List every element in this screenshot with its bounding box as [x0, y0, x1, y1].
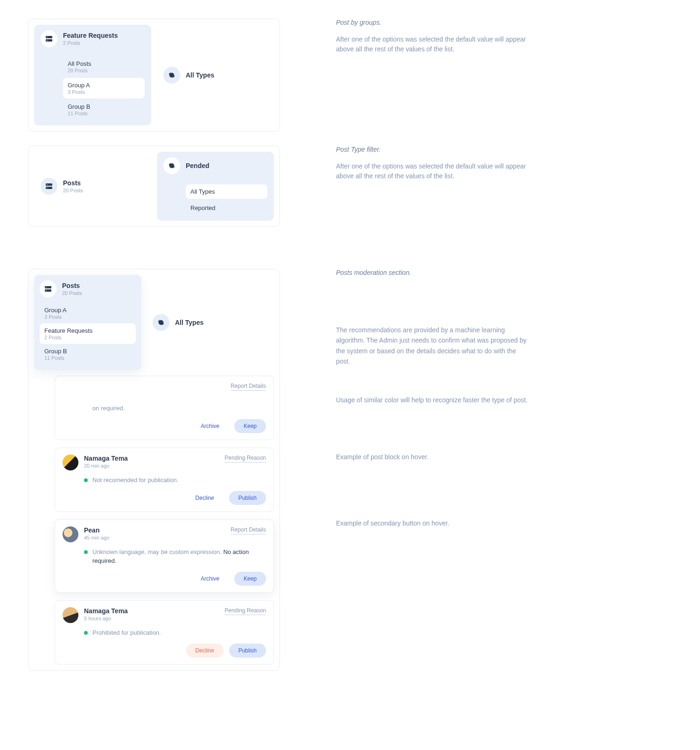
group-option[interactable]: Group A 3 Posts [63, 78, 145, 98]
status-dot-icon [84, 478, 88, 482]
group-filter-title: Posts [63, 179, 83, 187]
group-filter[interactable]: Feature Requests 2 Posts All Posts 20 Po… [34, 25, 151, 126]
type-filter[interactable]: All Types [147, 275, 274, 370]
decline-button[interactable]: Decline [186, 644, 224, 658]
post-author: Pean [84, 526, 109, 534]
types-icon [153, 314, 169, 331]
group-filter[interactable]: Posts 20 Posts Group A 3 Posts Feature R… [34, 275, 141, 370]
group-option[interactable]: All Posts 20 Posts [63, 56, 145, 77]
server-icon [41, 178, 57, 195]
svg-rect-8 [45, 286, 51, 288]
post-author: Namaga Tema [84, 455, 128, 462]
group-filter-sub: 20 Posts [62, 290, 82, 296]
svg-rect-4 [46, 183, 52, 186]
report-details-link[interactable]: Report Details [231, 383, 266, 391]
types-icon [163, 157, 180, 174]
section-desc: The recommendations are provided by a ma… [336, 325, 532, 367]
svg-point-7 [47, 188, 48, 189]
svg-point-3 [47, 40, 48, 41]
type-option[interactable]: All Types [186, 184, 267, 199]
note-button: Example of secondary button on hover. [336, 518, 532, 528]
post-author: Namaga Tema [84, 607, 128, 615]
post-message: Prohibited for publication. [92, 629, 161, 637]
note-hover: Example of post block on hover. [336, 452, 532, 462]
post-block: Pean 45 min ago Report Details Unknown l… [55, 519, 274, 592]
group-filter-sub: 2 Posts [63, 40, 118, 46]
server-icon [41, 30, 57, 47]
types-icon [163, 67, 180, 84]
post-block: Namaga Tema 20 min ago Pending Reason No… [55, 448, 274, 512]
type-filter[interactable]: Pended All Types Reported [157, 152, 274, 221]
post-time: 20 min ago [84, 463, 128, 469]
svg-point-2 [47, 37, 48, 38]
svg-point-11 [46, 290, 47, 291]
filter-card-types: Posts 20 Posts Pended All Types [28, 146, 280, 227]
filter-card-groups: Feature Requests 2 Posts All Posts 20 Po… [28, 19, 280, 132]
status-dot-icon [84, 550, 88, 554]
avatar [63, 455, 78, 470]
avatar [63, 526, 78, 542]
group-filter[interactable]: Posts 20 Posts [34, 152, 151, 221]
post-message: Unknown language, may be custom expressi… [92, 548, 266, 565]
post-block: x x Report Details on required. Archive … [55, 376, 274, 440]
section-title: Post by groups. [336, 19, 532, 26]
archive-button[interactable]: Archive [191, 419, 229, 433]
svg-point-6 [47, 184, 48, 185]
keep-button[interactable]: Keep [234, 572, 266, 586]
pending-reason-link[interactable]: Pending Reason [224, 455, 266, 463]
section-desc: After one of the options was selected th… [336, 161, 532, 181]
group-option[interactable]: Group B 11 Posts [40, 344, 136, 364]
avatar [63, 607, 78, 623]
type-filter-title: All Types [175, 319, 203, 326]
post-message: on required. [92, 404, 125, 413]
group-filter-title: Posts [62, 282, 82, 289]
svg-rect-9 [45, 289, 51, 292]
group-filter-title: Feature Requests [63, 32, 118, 39]
type-filter-title: All Types [186, 71, 214, 79]
report-details-link[interactable]: Report Details [231, 526, 266, 534]
group-option[interactable]: Group A 3 Posts [40, 303, 136, 323]
post-time: 5 hours ago [84, 616, 128, 621]
post-time: 45 min ago [84, 535, 109, 540]
type-option[interactable]: Reported [186, 201, 267, 215]
moderation-card: Posts 20 Posts Group A 3 Posts Feature R… [28, 269, 280, 671]
type-filter[interactable]: All Types [157, 25, 274, 126]
svg-rect-5 [46, 187, 52, 189]
post-message: Not recomended for publication. [92, 476, 178, 484]
post-block: Namaga Tema 5 hours ago Pending Reason P… [55, 600, 274, 665]
publish-button[interactable]: Publish [229, 491, 266, 505]
group-option[interactable]: Group B 11 Posts [63, 99, 145, 120]
svg-point-10 [46, 287, 47, 288]
note-color: Usage of similar color will help to reco… [336, 395, 532, 405]
section-desc: After one of the options was selected th… [336, 35, 532, 54]
section-title: Posts moderation section. [336, 269, 532, 276]
svg-rect-1 [46, 39, 52, 42]
type-filter-title: Pended [186, 162, 210, 169]
keep-button[interactable]: Keep [234, 419, 266, 433]
decline-button[interactable]: Decline [186, 491, 224, 505]
archive-button[interactable]: Archive [191, 572, 229, 586]
status-dot-icon [84, 631, 88, 635]
server-icon [40, 280, 56, 297]
svg-rect-0 [46, 36, 52, 38]
pending-reason-link[interactable]: Pending Reason [224, 607, 266, 615]
section-title: Post Type filter. [336, 146, 532, 153]
publish-button[interactable]: Publish [229, 644, 266, 658]
group-option[interactable]: Feature Requests 2 Posts [40, 323, 136, 344]
group-filter-sub: 20 Posts [63, 188, 83, 193]
